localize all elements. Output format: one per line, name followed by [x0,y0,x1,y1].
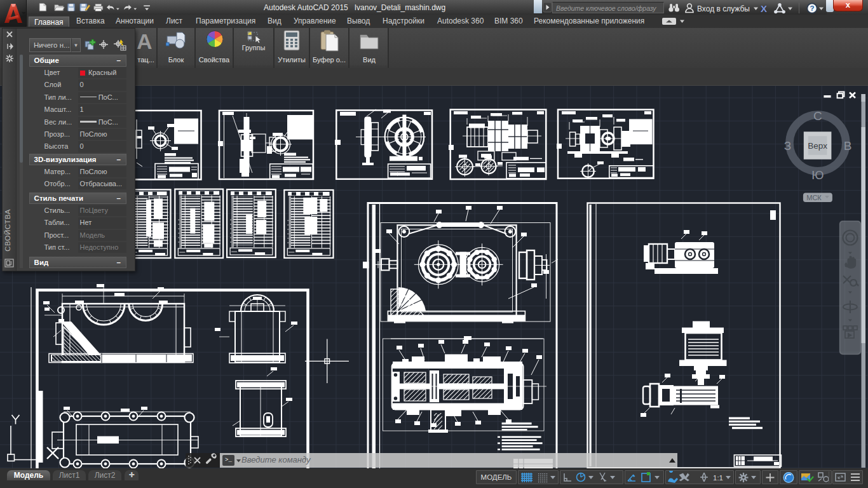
svg-text:Верх: Верх [808,141,827,151]
svg-text:Ю: Ю [811,168,824,182]
svg-text:1:1: 1:1 [713,474,723,482]
svg-text:В: В [844,139,852,152]
svg-text:С: С [813,109,822,123]
svg-text:З: З [784,139,791,152]
svg-text:МСК: МСК [806,194,822,201]
